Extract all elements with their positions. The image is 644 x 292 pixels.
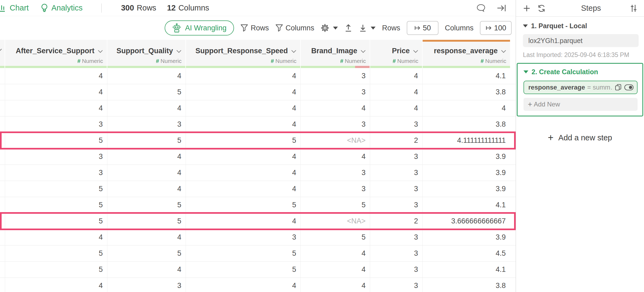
- cell[interactable]: 4: [186, 181, 301, 197]
- cell[interactable]: 3: [370, 262, 423, 277]
- column-header-Brand_Image[interactable]: Brand_Image# Numeric: [301, 40, 370, 66]
- cell[interactable]: 4: [107, 149, 186, 165]
- cell[interactable]: 3: [5, 149, 107, 165]
- cell[interactable]: 4: [107, 68, 186, 84]
- cell[interactable]: 5: [5, 245, 107, 261]
- step-2-header[interactable]: 2. Create Calculation: [523, 68, 638, 76]
- cell[interactable]: 4: [186, 149, 301, 165]
- cell[interactable]: 3.8: [423, 84, 510, 100]
- cell[interactable]: 3.9: [423, 229, 510, 245]
- cell[interactable]: 3.8: [423, 278, 510, 292]
- cell[interactable]: 5: [186, 133, 301, 148]
- cell[interactable]: 5: [186, 245, 301, 261]
- tab-analytics[interactable]: Analytics: [41, 3, 83, 13]
- cell[interactable]: 4: [301, 262, 370, 277]
- cell[interactable]: 4: [186, 100, 301, 116]
- chevron-down-icon[interactable]: [360, 50, 366, 53]
- cell-partial[interactable]: [0, 100, 5, 116]
- cell[interactable]: 4: [186, 278, 301, 292]
- cell[interactable]: 3.666666666667: [423, 213, 510, 229]
- chevron-down-icon[interactable]: [98, 50, 103, 53]
- cell[interactable]: 5: [5, 181, 107, 197]
- cell-partial[interactable]: [0, 181, 5, 197]
- cell[interactable]: 4: [5, 278, 107, 292]
- column-header-response_average[interactable]: response_average# Numeric: [423, 40, 510, 66]
- cell[interactable]: 3: [301, 68, 370, 84]
- cell-partial[interactable]: [0, 213, 5, 229]
- cell[interactable]: 5: [5, 213, 107, 229]
- cell[interactable]: 5: [107, 245, 186, 261]
- cell[interactable]: 2: [370, 133, 423, 148]
- cell-partial[interactable]: [0, 165, 5, 181]
- cell[interactable]: 4: [370, 84, 423, 100]
- cell[interactable]: 3: [370, 149, 423, 165]
- cell[interactable]: 3: [5, 116, 107, 132]
- cell[interactable]: 3.9: [423, 165, 510, 181]
- download-button[interactable]: [359, 24, 376, 32]
- cell-partial[interactable]: [0, 245, 5, 261]
- cell[interactable]: 3: [301, 116, 370, 132]
- cell[interactable]: 4.5: [423, 245, 510, 261]
- cell-partial[interactable]: [0, 229, 5, 245]
- cell[interactable]: 4: [301, 278, 370, 292]
- add-new-step-button[interactable]: + Add a new step: [516, 132, 644, 143]
- step-1-source-file[interactable]: lox2YGh1.parquet: [523, 34, 639, 47]
- cell-partial[interactable]: [0, 68, 5, 84]
- cell-partial[interactable]: [0, 278, 5, 292]
- cell[interactable]: 3: [370, 116, 423, 132]
- cell-partial[interactable]: [0, 262, 5, 277]
- column-header-Support_Quality[interactable]: Support_Quality# Numeric: [107, 40, 186, 66]
- cell[interactable]: 4: [107, 262, 186, 277]
- cell[interactable]: 5: [107, 213, 186, 229]
- cell[interactable]: 3: [107, 278, 186, 292]
- cell[interactable]: 3: [370, 181, 423, 197]
- add-step-icon[interactable]: [523, 5, 530, 12]
- cell[interactable]: 3: [370, 278, 423, 292]
- copy-icon[interactable]: [615, 84, 621, 91]
- cell[interactable]: 3: [370, 245, 423, 261]
- cell[interactable]: 4: [186, 116, 301, 132]
- cell[interactable]: 5: [5, 197, 107, 213]
- ai-wrangling-button[interactable]: AI Wrangling: [165, 20, 234, 35]
- cell[interactable]: 4.1: [423, 197, 510, 213]
- cell[interactable]: 3: [5, 165, 107, 181]
- cell-partial[interactable]: [0, 197, 5, 213]
- cell[interactable]: 3: [301, 181, 370, 197]
- rows-limit-input[interactable]: 50: [407, 21, 438, 35]
- tab-chart[interactable]: Chart: [0, 3, 29, 12]
- comment-icon[interactable]: [476, 4, 486, 12]
- cell-partial[interactable]: [0, 133, 5, 148]
- cell[interactable]: 4.1: [423, 262, 510, 277]
- upload-button[interactable]: [344, 24, 352, 32]
- cell[interactable]: 5: [5, 262, 107, 277]
- cell[interactable]: 3: [370, 165, 423, 181]
- cell[interactable]: 4.111111111111: [423, 133, 510, 148]
- filter-columns-button[interactable]: Columns: [275, 24, 314, 32]
- sliders-icon[interactable]: [629, 4, 638, 12]
- cell[interactable]: 3: [186, 229, 301, 245]
- cell-partial[interactable]: [0, 149, 5, 165]
- cell[interactable]: 4: [5, 84, 107, 100]
- columns-limit-input[interactable]: 100: [480, 21, 512, 35]
- chevron-down-icon[interactable]: [291, 50, 296, 53]
- chevron-down-icon[interactable]: [501, 50, 506, 53]
- cell[interactable]: 5: [186, 197, 301, 213]
- column-header-Support_Response_Speed[interactable]: Support_Response_Speed# Numeric: [186, 40, 301, 66]
- column-header-Price[interactable]: Price# Numeric: [370, 40, 423, 66]
- cell[interactable]: 4: [301, 149, 370, 165]
- cell[interactable]: 5: [301, 229, 370, 245]
- cell[interactable]: 4: [186, 165, 301, 181]
- cell[interactable]: 3.9: [423, 181, 510, 197]
- table-settings-button[interactable]: [321, 24, 338, 32]
- cell[interactable]: 3.9: [423, 149, 510, 165]
- filter-rows-button[interactable]: Rows: [240, 24, 269, 32]
- cell[interactable]: <NA>: [301, 213, 370, 229]
- cell[interactable]: 4: [301, 245, 370, 261]
- cell[interactable]: 5: [186, 262, 301, 277]
- cell[interactable]: 5: [107, 133, 186, 148]
- calculation-item[interactable]: response_average = summ…: [523, 81, 638, 94]
- cell[interactable]: 4.1: [423, 68, 510, 84]
- cell[interactable]: 3: [370, 229, 423, 245]
- cell[interactable]: 3.8: [423, 116, 510, 132]
- cell[interactable]: 5: [5, 133, 107, 148]
